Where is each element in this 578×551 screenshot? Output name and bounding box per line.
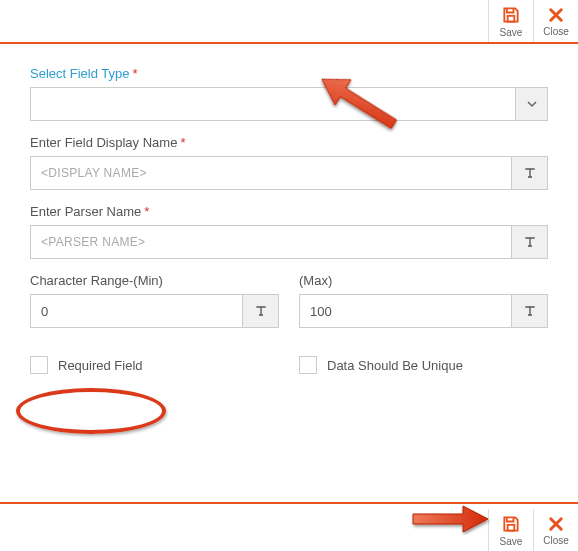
unique-field-option[interactable]: Data Should Be Unique [299,356,548,374]
field-char-min: Character Range-(Min) 0 [30,273,279,328]
save-icon [501,5,521,25]
display-name-label-text: Enter Field Display Name [30,135,177,150]
close-label: Close [543,535,569,546]
close-icon [547,515,565,533]
char-min-input[interactable]: 0 [31,295,242,327]
char-min-label: Character Range-(Min) [30,273,279,288]
required-checkbox[interactable] [30,356,48,374]
parser-name-label: Enter Parser Name* [30,204,548,219]
svg-rect-0 [508,15,515,21]
save-icon [501,514,521,534]
unique-label: Data Should Be Unique [327,358,463,373]
save-button[interactable]: Save [488,0,533,42]
char-max-label: (Max) [299,273,548,288]
text-tool-icon[interactable] [511,295,547,327]
close-button[interactable]: Close [533,0,578,42]
field-type: Select Field Type* [30,66,548,121]
field-parser-name: Enter Parser Name* <Parser Name> [30,204,548,259]
char-max-input-wrap: 100 [299,294,548,328]
field-display-name: Enter Field Display Name* <Display Name> [30,135,548,190]
field-char-max: (Max) 100 [299,273,548,328]
required-asterisk: * [144,204,149,219]
required-label: Required Field [58,358,143,373]
annotation-ellipse [16,388,166,434]
required-field-option[interactable]: Required Field [30,356,279,374]
char-min-input-wrap: 0 [30,294,279,328]
unique-checkbox[interactable] [299,356,317,374]
save-label: Save [500,536,523,547]
close-button-bottom[interactable]: Close [533,509,578,551]
required-asterisk: * [180,135,185,150]
field-type-label: Select Field Type* [30,66,548,81]
char-max-input[interactable]: 100 [300,295,511,327]
save-button-bottom[interactable]: Save [488,509,533,551]
save-label: Save [500,27,523,38]
text-tool-icon[interactable] [511,157,547,189]
chevron-down-icon[interactable] [515,88,547,120]
close-label: Close [543,26,569,37]
text-tool-icon[interactable] [511,226,547,258]
display-name-label: Enter Field Display Name* [30,135,548,150]
parser-name-input[interactable]: <Parser Name> [31,226,511,258]
bottom-toolbar: Save Close [0,502,578,551]
close-icon [547,6,565,24]
text-tool-icon[interactable] [242,295,278,327]
top-toolbar: Save Close [0,0,578,44]
display-name-input[interactable]: <Display Name> [31,157,511,189]
char-range-row: Character Range-(Min) 0 (Max) 100 [30,273,548,342]
display-name-input-wrap: <Display Name> [30,156,548,190]
field-type-select[interactable] [30,87,548,121]
options-row: Required Field Data Should Be Unique [30,356,548,374]
field-type-value [31,88,515,120]
parser-name-input-wrap: <Parser Name> [30,225,548,259]
required-asterisk: * [132,66,137,81]
svg-rect-1 [508,524,515,530]
field-type-label-text: Select Field Type [30,66,129,81]
form-body: Select Field Type* Enter Field Display N… [0,44,578,384]
parser-name-label-text: Enter Parser Name [30,204,141,219]
